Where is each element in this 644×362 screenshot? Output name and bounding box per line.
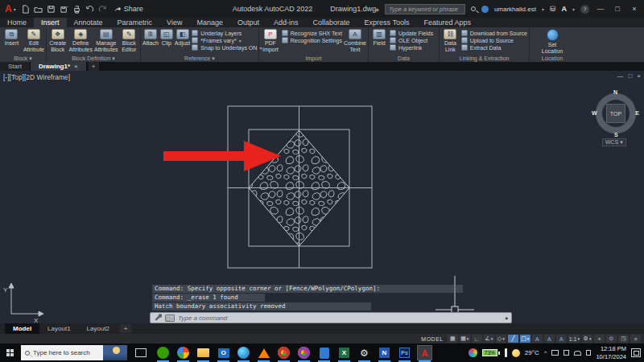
edit-attribute-button[interactable]: ✎ Edit Attribute xyxy=(23,29,44,52)
task-view-button[interactable] xyxy=(135,348,147,357)
manage-attributes-button[interactable]: ▤ Manage Attributes xyxy=(94,29,118,52)
app-chrome-profile-purple-icon[interactable] xyxy=(297,346,311,360)
extract-data-button[interactable]: Extract Data xyxy=(461,44,527,51)
set-location-button[interactable]: Set Location xyxy=(538,29,567,54)
annotation-scale-icon[interactable]: A xyxy=(556,335,567,343)
hyperlink-button[interactable]: Hyperlink xyxy=(390,44,433,51)
user-caret-icon[interactable]: ▾ xyxy=(542,6,544,12)
taskbar-search-input[interactable]: Type here to search xyxy=(21,345,127,360)
temperature-label[interactable]: 29°C xyxy=(525,349,539,356)
tab-layout1[interactable]: Layout1 xyxy=(39,323,78,334)
ortho-toggle[interactable]: ∟ xyxy=(472,335,482,343)
annotation-monitor-toggle[interactable]: + xyxy=(594,335,605,343)
annotation-autoscale-toggle[interactable]: A xyxy=(544,335,555,343)
tab-featured-apps[interactable]: Featured Apps xyxy=(416,18,478,27)
user-avatar[interactable] xyxy=(481,6,489,13)
annotation-visibility-toggle[interactable]: A xyxy=(532,335,543,343)
block-editor-button[interactable]: ✎ Block Editor xyxy=(120,29,138,52)
tab-addins[interactable]: Add-ins xyxy=(266,18,306,27)
app-excel-icon[interactable]: X xyxy=(337,346,351,360)
save-as-icon[interactable] xyxy=(60,5,68,14)
app-store-cart-icon[interactable]: ⛁ xyxy=(550,5,556,13)
app-edge-icon[interactable] xyxy=(237,346,250,360)
app-vlc-icon[interactable] xyxy=(257,346,270,360)
upload-to-source-button[interactable]: Upload to Source xyxy=(461,37,527,43)
app-calculator-icon[interactable] xyxy=(317,346,331,360)
user-name[interactable]: umarkhalid.est xyxy=(494,6,536,13)
wcs-dropdown[interactable]: WCS ▾ xyxy=(602,138,626,146)
snap-to-underlays-dropdown[interactable]: Snap to Underlays ON▾ xyxy=(192,44,262,51)
file-tab-drawing1[interactable]: Drawing1* × xyxy=(31,62,87,71)
tab-express-tools[interactable]: Express Tools xyxy=(357,18,417,27)
app-outlook-icon[interactable]: O xyxy=(217,346,230,360)
viewcube[interactable]: TOP N W E S xyxy=(593,91,638,136)
object-snap-toggle[interactable]: ▢▾ xyxy=(520,335,530,343)
compass-north[interactable]: N xyxy=(613,89,617,95)
pdf-import-button[interactable]: P PDF Import xyxy=(261,29,280,52)
recognize-shx-button[interactable]: Recognize SHX Text xyxy=(282,30,342,36)
logo-caret-icon[interactable]: ▾ xyxy=(14,6,16,12)
taskbar-clock[interactable]: 12:18 PM 10/17/2024 xyxy=(596,345,626,360)
tab-output[interactable]: Output xyxy=(230,18,266,27)
app-upwork-icon[interactable] xyxy=(156,346,170,360)
isolate-objects-toggle[interactable]: ⊙ xyxy=(606,335,617,343)
compass-west[interactable]: W xyxy=(592,110,597,116)
pen-tray-icon[interactable] xyxy=(505,348,507,357)
tab-model[interactable]: Model xyxy=(5,323,39,334)
command-input[interactable]: Type a command xyxy=(178,315,502,322)
app-chrome-icon[interactable] xyxy=(176,346,190,360)
plot-icon[interactable] xyxy=(72,5,81,14)
annotation-scale-dropdown[interactable]: 1:1▾ xyxy=(568,335,580,343)
command-history-toggle-icon[interactable]: ▴ xyxy=(505,315,508,321)
redo-icon[interactable] xyxy=(98,5,107,14)
tab-view[interactable]: View xyxy=(159,18,189,27)
action-center-icon[interactable] xyxy=(631,348,641,357)
share-button[interactable]: Share xyxy=(114,5,143,13)
tab-manage[interactable]: Manage xyxy=(189,18,230,27)
drawing-canvas[interactable]: [-][Top][2D Wireframe] — □ × xyxy=(0,71,644,323)
tray-volume-icon[interactable] xyxy=(586,350,591,356)
new-layout-button[interactable]: + xyxy=(120,324,131,333)
viewcube-top-face[interactable]: TOP xyxy=(606,104,625,123)
new-file-icon[interactable] xyxy=(21,5,30,14)
customize-wrench-icon[interactable] xyxy=(154,314,162,322)
tab-annotate[interactable]: Annotate xyxy=(67,18,110,27)
restore-button[interactable]: □ xyxy=(612,5,623,13)
minimize-button[interactable]: — xyxy=(595,5,606,13)
workspace-switching-gear[interactable]: ⚙▾ xyxy=(582,335,592,343)
tab-insert[interactable]: Insert xyxy=(34,18,67,27)
tab-collaborate[interactable]: Collaborate xyxy=(306,18,357,27)
compass-east[interactable]: E xyxy=(635,110,639,116)
tray-battery-icon[interactable] xyxy=(564,350,569,356)
tab-parametric[interactable]: Parametric xyxy=(110,18,160,27)
recognition-settings-button[interactable]: Recognition Settings xyxy=(282,37,342,43)
isodraft-toggle[interactable]: ◇▾ xyxy=(496,335,506,343)
file-tab-close-icon[interactable]: × xyxy=(74,63,78,70)
polar-tracking-toggle[interactable]: ∠▾ xyxy=(484,335,494,343)
app-file-explorer-icon[interactable] xyxy=(196,346,210,360)
autodesk-a-icon[interactable]: A xyxy=(561,5,567,13)
data-link-button[interactable]: ⛓ Data Link xyxy=(441,29,460,52)
app-chrome-profile-red-icon[interactable] xyxy=(277,346,291,360)
recent-commands-icon[interactable]: ▢▾ xyxy=(165,315,175,322)
insert-block-button[interactable]: ⧉ Insert xyxy=(2,29,22,47)
search-highlight-image[interactable] xyxy=(103,345,127,360)
autodesk-caret-icon[interactable]: ▾ xyxy=(572,6,575,12)
app-autocad-icon[interactable]: A xyxy=(418,346,431,360)
frames-vary-dropdown[interactable]: *Frames vary*▾ xyxy=(192,37,262,43)
app-settings-icon[interactable]: ⚙ xyxy=(357,346,371,360)
tab-home[interactable]: Home xyxy=(0,18,34,27)
ole-object-button[interactable]: OLE Object xyxy=(390,37,433,43)
app-photoshop-icon[interactable]: Ps xyxy=(398,346,411,360)
download-from-source-button[interactable]: Download from Source xyxy=(461,30,527,36)
create-block-button[interactable]: ❖ Create Block xyxy=(48,29,67,52)
help-icon[interactable]: ? xyxy=(580,5,589,14)
start-button[interactable] xyxy=(0,349,21,357)
clean-screen-toggle[interactable]: ◳ xyxy=(618,335,629,343)
attach-button[interactable]: 🗎 Attach xyxy=(142,29,159,47)
command-line[interactable]: ▢▾ Type a command ▴ xyxy=(150,312,512,323)
new-drawing-tab-button[interactable]: + xyxy=(89,62,99,71)
color-app-tray-icon[interactable] xyxy=(469,348,477,357)
app-onenote-icon[interactable]: N xyxy=(378,346,391,360)
combine-text-button[interactable]: A Combine Text xyxy=(344,29,366,52)
